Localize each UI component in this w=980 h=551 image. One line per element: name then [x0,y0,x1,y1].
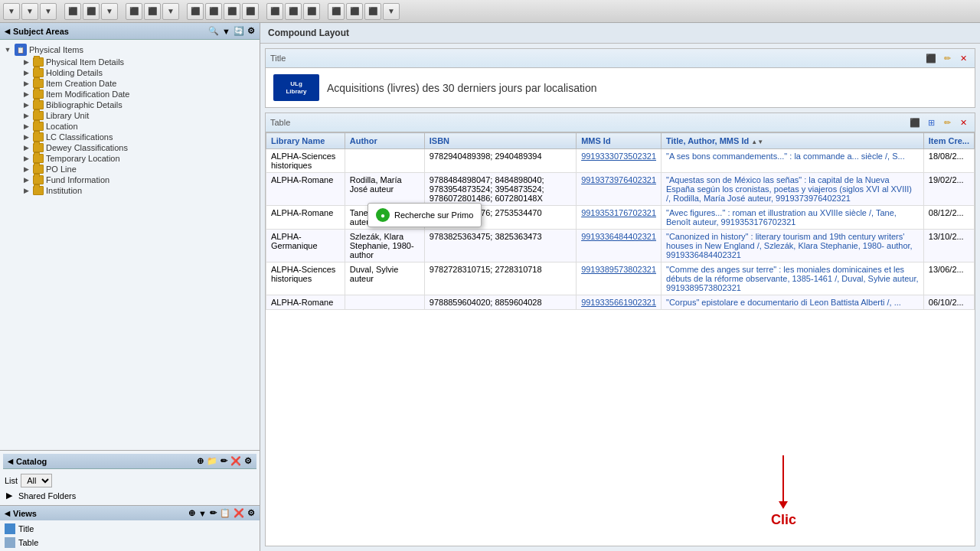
tree-item-lc-classifications[interactable]: ▶ LC Classifications [0,132,260,142]
col-isbn[interactable]: ISBN [424,133,576,149]
col-library-name[interactable]: Library Name [266,133,345,149]
cell-item-date: 13/10/2... [923,230,974,262]
views-collapse-icon[interactable]: ◀ [5,510,10,517]
title-export-btn[interactable]: ⬛ [924,51,938,65]
toolbar-btn-1[interactable]: ▼ [3,3,20,20]
col-item-date[interactable]: Item Cre... [923,133,974,149]
physical-items-icon: 📋 [15,44,27,56]
tree-item-dewey-classifications[interactable]: ▶ Dewey Classifications [0,142,260,153]
catalog-collapse-icon[interactable]: ◀ [8,458,13,465]
toolbar-btn-14[interactable]: ⬛ [266,3,283,20]
add-icon[interactable]: ▼ [222,27,230,36]
list-select[interactable]: All [21,474,52,487]
toolbar-btn-8[interactable]: ⬛ [144,3,161,20]
expand-arrow: ▶ [21,57,31,67]
tree-item-bibliographic-details[interactable]: ▶ Bibliographic Details [0,99,260,110]
toolbar-btn-19[interactable]: ⬛ [364,3,381,20]
ulg-logo: ULg Library [273,74,319,101]
views-icon-4[interactable]: 📋 [220,508,230,518]
toolbar-btn-17[interactable]: ⬛ [328,3,345,20]
table-export-btn[interactable]: ⬛ [908,116,922,129]
data-table-wrapper[interactable]: Library Name Author ISBN MMS Id Title, A… [266,132,975,546]
cell-title[interactable]: "Corpus" epistolare e documentario di Le… [662,295,924,310]
refresh-icon[interactable]: 🔄 [234,26,244,36]
table-edit-btn[interactable]: ✏ [940,116,954,129]
shared-folders-item[interactable]: ▶ Shared Folders [3,489,256,502]
tree-item-holding-details[interactable]: ▶ Holding Details [0,67,260,78]
toolbar-btn-13[interactable]: ⬛ [242,3,259,20]
toolbar-btn-12[interactable]: ⬛ [224,3,240,20]
catalog-icon-1[interactable]: ⊕ [197,456,204,466]
tree-item-fund-information[interactable]: ▶ Fund Information [0,174,260,185]
tree-item-physical-item-details[interactable]: ▶ Physical Item Details [0,57,260,67]
tree-item-temporary-location[interactable]: ▶ Temporary Location [0,153,260,164]
cell-mms-id[interactable]: 9919389573802321 [577,262,662,295]
cell-library-name: ALPHA-Sciences historiques [266,262,345,295]
expand-arrow: ▶ [21,79,31,88]
toolbar-btn-3[interactable]: ▼ [40,3,57,20]
cell-mms-id[interactable]: 9919333073502321 [577,149,662,173]
table-close-btn[interactable]: ✕ [956,116,970,129]
catalog-icon-3[interactable]: ✏ [220,456,227,466]
cell-mms-id[interactable]: 9919335661902321 [577,295,662,310]
tree-label: Item Modification Date [46,90,129,99]
search-icon[interactable]: 🔍 [208,26,219,36]
view-item-title[interactable]: Title [2,522,258,536]
toolbar-btn-2[interactable]: ▼ [21,3,38,20]
cell-mms-id[interactable]: 9919336484402321 [577,230,662,262]
toolbar-btn-15[interactable]: ⬛ [285,3,302,20]
tree-item-item-modification-date[interactable]: ▶ Item Modification Date [0,89,260,99]
toolbar-btn-4[interactable]: ⬛ [64,3,81,20]
tree-label: LC Classifications [46,132,113,142]
toolbar-btn-10[interactable]: ⬛ [187,3,204,20]
folder-icon [33,165,44,174]
expand-arrow: ▶ [21,111,31,120]
toolbar-btn-6[interactable]: ▼ [101,3,118,20]
tree-item-institution[interactable]: ▶ Institution [0,185,260,196]
col-author[interactable]: Author [345,133,424,149]
table-grid-btn[interactable]: ⊞ [924,116,938,129]
collapse-icon[interactable]: ◀ [5,28,10,35]
toolbar-btn-16[interactable]: ⬛ [303,3,320,20]
cell-title[interactable]: "Avec figures..." : roman et illustratio… [662,206,924,230]
views-icon-5[interactable]: ❌ [234,508,244,518]
catalog-icon-4[interactable]: ❌ [230,456,241,466]
views-icon-6[interactable]: ⚙ [247,508,255,518]
col-mms-id[interactable]: MMS Id [577,133,662,149]
tooltip-text: Recherche sur Primo [394,210,473,220]
tree-label: Fund Information [46,175,109,184]
cell-mms-id[interactable]: 9919353176702321 [577,206,662,230]
views-icon-1[interactable]: ⊕ [188,508,195,518]
cell-mms-id[interactable]: 9919373976402321 [577,173,662,206]
cell-title[interactable]: "A ses bons commandements..." : la comma… [662,149,924,173]
title-section-label: Title [270,54,286,63]
toolbar-btn-7[interactable]: ⬛ [126,3,142,20]
views-icon-3[interactable]: ✏ [210,508,217,518]
catalog-icon-2[interactable]: 📁 [207,456,217,466]
cell-title[interactable]: "Canonized in history" : literary touris… [662,230,924,262]
cell-title[interactable]: "Comme des anges sur terre" : les monial… [662,262,924,295]
title-section-actions: ⬛ ✏ ✕ [924,51,970,65]
view-item-table[interactable]: Table [2,536,258,549]
tree-item-library-unit[interactable]: ▶ Library Unit [0,110,260,121]
toolbar-btn-9[interactable]: ▼ [162,3,179,20]
toolbar-btn-18[interactable]: ⬛ [346,3,363,20]
table-row: ALPHA-Germanique Szlezák, Klara Stephani… [266,230,975,262]
views-icon-2[interactable]: ▼ [198,509,207,518]
toolbar-btn-20[interactable]: ▼ [383,3,400,20]
title-edit-btn[interactable]: ✏ [940,51,954,65]
title-close-btn[interactable]: ✕ [956,51,970,65]
tree-item-po-line[interactable]: ▶ PO Line [0,164,260,174]
catalog-icon-5[interactable]: ⚙ [244,456,252,466]
cell-author: Duval, Sylvie auteur [345,262,424,295]
expand-arrow: ▶ [21,165,31,174]
settings-icon[interactable]: ⚙ [247,26,255,36]
tree-item-location[interactable]: ▶ Location [0,121,260,132]
tree-item-physical-items[interactable]: ▼ 📋 Physical Items [0,43,260,57]
title-section-header: Title ⬛ ✏ ✕ [266,49,975,68]
toolbar-btn-11[interactable]: ⬛ [205,3,222,20]
col-title-author-mms[interactable]: Title, Author, MMS Id ▲▼ [662,133,924,149]
cell-title[interactable]: "Aquestas son de México las señas" : la … [662,173,924,206]
tree-item-item-creation-date[interactable]: ▶ Item Creation Date [0,78,260,89]
toolbar-btn-5[interactable]: ⬛ [83,3,100,20]
